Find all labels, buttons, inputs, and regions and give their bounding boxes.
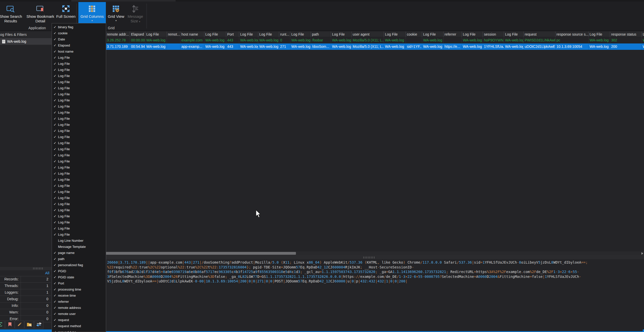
all-link[interactable]: All xyxy=(45,270,49,276)
pencil-button[interactable] xyxy=(15,321,24,329)
sidebar-item-log-file[interactable]: WA-web.log xyxy=(0,38,53,45)
menu-item-log-file[interactable]: ✓Log File xyxy=(52,97,106,103)
menu-item-message-template[interactable]: Message Template xyxy=(52,244,106,250)
sigma-button[interactable] xyxy=(0,321,5,329)
grid-column-header[interactable]: Log File xyxy=(462,32,483,37)
grid-column-header[interactable]: Log File xyxy=(589,32,610,37)
table-row[interactable]: 3.26.252.7800:00.000WA-web.logexample.co… xyxy=(106,37,644,43)
menu-item-port[interactable]: ✓Port xyxy=(52,280,106,286)
swap-arrows-button[interactable] xyxy=(34,321,44,329)
folder-search-button[interactable] xyxy=(24,321,34,329)
grid-horizontal-scrollbar[interactable] xyxy=(106,251,644,255)
menu-item-path[interactable]: ✓path xyxy=(52,256,106,262)
grid-column-header[interactable]: Log File xyxy=(145,32,167,37)
menu-item-label: Elapsed xyxy=(58,43,106,47)
menu-item-log-file[interactable]: ✓Log File xyxy=(52,213,106,219)
menu-item-cookie[interactable]: ✓cookie xyxy=(52,30,106,36)
menu-item-request-method[interactable]: ✓request method xyxy=(52,323,106,329)
menu-item-log-file[interactable]: ✓Log File xyxy=(52,134,106,140)
menu-item-pgid[interactable]: ✓PGID xyxy=(52,268,106,274)
menu-item-request-type[interactable]: ✓request type xyxy=(52,329,106,332)
grid-column-header[interactable]: Log File xyxy=(331,32,352,37)
grid-column-header[interactable]: L xyxy=(642,32,644,37)
scrollbar-thumb[interactable] xyxy=(106,252,296,255)
grid-column-header[interactable]: Log File xyxy=(384,32,406,37)
menu-item-log-file[interactable]: ✓Log File xyxy=(52,152,106,158)
menu-item-log-file[interactable]: ✓Log File xyxy=(52,79,106,85)
sidebar-splitter[interactable] xyxy=(0,266,53,270)
grid-cell: Mozilla/5.0 (X11; L... xyxy=(352,37,384,43)
grid-cell: WA-web.log xyxy=(258,37,279,43)
menu-item-request[interactable]: ✓request xyxy=(52,317,106,323)
menu-item-log-file[interactable]: ✓Log File xyxy=(52,115,106,122)
grid-column-header[interactable]: runt... xyxy=(279,32,290,37)
menu-item-processing-time[interactable]: ✓processing time xyxy=(52,286,106,292)
grid-column-header[interactable]: referrer xyxy=(443,32,462,37)
menu-item-remote-user[interactable]: ✓remote user xyxy=(52,311,106,317)
menu-item-log-file[interactable]: ✓Log File xyxy=(52,189,106,195)
table-row[interactable]: 3.71.170.18900:54.949WA-web.logapp-examp… xyxy=(106,43,644,50)
log-detail-pane[interactable]: 26660|3.71.170.189||app-example.com|443|… xyxy=(106,259,643,331)
menu-item-log-file[interactable]: ✓Log File xyxy=(52,146,106,152)
grid-column-header[interactable]: user agent xyxy=(352,32,384,37)
menu-item-referrer[interactable]: ✓referrer xyxy=(52,298,106,305)
menu-item-log-line-number[interactable]: Log Line Number xyxy=(52,237,106,244)
grid-column-header[interactable]: remote addr... xyxy=(106,32,130,37)
menu-item-log-file[interactable]: ✓Log File xyxy=(52,73,106,79)
bookmark-button[interactable] xyxy=(5,321,15,329)
menu-item-label: Log File xyxy=(58,190,106,194)
grid-column-header[interactable]: path xyxy=(311,32,331,37)
grid-column-header[interactable]: Elapsed xyxy=(130,32,145,37)
menu-item-log-file[interactable]: ✓Log File xyxy=(52,85,106,91)
menu-item-label: Log File xyxy=(58,92,106,96)
grid-cell: 0 xyxy=(279,37,290,43)
grid-column-header[interactable]: host name xyxy=(180,32,204,37)
menu-item-log-file[interactable]: ✓Log File xyxy=(52,219,106,225)
menu-item-log-file[interactable]: ✓Log File xyxy=(52,122,106,128)
menu-item-log-file[interactable]: ✓Log File xyxy=(52,231,106,237)
menu-item-log-file[interactable]: ✓Log File xyxy=(52,91,106,97)
menu-item-log-file[interactable]: ✓Log File xyxy=(52,67,106,73)
grid-column-header[interactable]: remot... xyxy=(167,32,180,37)
grid-column-header[interactable]: request xyxy=(524,32,555,37)
grid-column-header[interactable]: session xyxy=(483,32,504,37)
menu-item-log-file[interactable]: ✓Log File xyxy=(52,207,106,213)
menu-item-pgid-state[interactable]: ✓PGID state xyxy=(52,274,106,280)
menu-item-log-file[interactable]: ✓Log File xyxy=(52,54,106,61)
menu-item-remote-address[interactable]: ✓remote address xyxy=(52,305,106,311)
menu-item-label: Log File xyxy=(58,159,106,163)
menu-item-log-file[interactable]: ✓Log File xyxy=(52,176,106,183)
menu-item-log-file[interactable]: ✓Log File xyxy=(52,225,106,231)
detail-splitter[interactable] xyxy=(106,255,644,259)
grid-column-header[interactable]: cookie xyxy=(406,32,422,37)
menu-item-elapsed[interactable]: ✓Elapsed xyxy=(52,42,106,48)
menu-item-log-file[interactable]: ✓Log File xyxy=(52,61,106,67)
grid-column-header[interactable]: Port xyxy=(226,32,239,37)
grid-column-header[interactable]: Log File xyxy=(258,32,279,37)
menu-item-date[interactable]: ✓Date xyxy=(52,36,106,42)
menu-item-log-file[interactable]: ✓Log File xyxy=(52,195,106,201)
menu-item-log-file[interactable]: ✓Log File xyxy=(52,201,106,207)
menu-item-host-name[interactable]: ✓host name xyxy=(52,48,106,54)
menu-item-log-file[interactable]: ✓Log File xyxy=(52,164,106,170)
grid-column-header[interactable]: Log File xyxy=(239,32,258,37)
menu-item-log-file[interactable]: ✓Log File xyxy=(52,183,106,189)
menu-item-personalized-flag[interactable]: ✓personalized flag xyxy=(52,262,106,268)
grid-column-header[interactable]: Log File xyxy=(290,32,311,37)
grid-column-header[interactable]: Log File xyxy=(504,32,524,37)
menu-item-log-file[interactable]: ✓Log File xyxy=(52,140,106,146)
menu-item-binary-flag[interactable]: ✓binary flag xyxy=(52,24,106,30)
menu-item-log-file[interactable]: ✓Log File xyxy=(52,158,106,164)
grid-column-header[interactable]: Log File xyxy=(204,32,226,37)
menu-item-log-file[interactable]: ✓Log File xyxy=(52,109,106,115)
menu-item-log-file[interactable]: ✓Log File xyxy=(52,128,106,134)
grid-column-header[interactable]: Log File xyxy=(422,32,443,37)
scrollbar-right-arrow-icon[interactable] xyxy=(641,252,643,255)
grid-column-header[interactable]: response status xyxy=(610,32,642,37)
grid-view-icon xyxy=(107,2,125,14)
menu-item-receive-time[interactable]: ✓receive time xyxy=(52,292,106,298)
menu-item-log-file[interactable]: ✓Log File xyxy=(52,103,106,109)
grid-column-header[interactable]: response source s... xyxy=(555,32,589,37)
menu-item-log-file[interactable]: ✓Log File xyxy=(52,170,106,176)
menu-item-page-name[interactable]: ✓page name xyxy=(52,250,106,256)
